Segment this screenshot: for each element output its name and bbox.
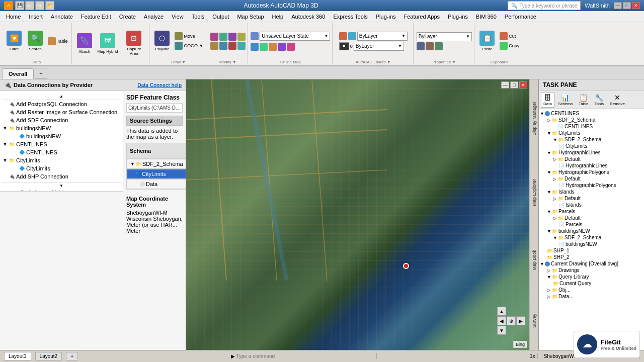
dc-help-link[interactable]: Data Connect help (137, 82, 182, 88)
side-label-survey[interactable]: Survey (531, 312, 537, 330)
map-restore[interactable]: □ (510, 81, 518, 88)
tree-citylimits[interactable]: ▼ 📁 CityLimits (2, 156, 121, 164)
tt-citylimits-folder[interactable]: ▼ 📁 CityLimits (540, 130, 643, 136)
nav-down[interactable]: ▼ (497, 326, 506, 335)
schema-row-sdf2[interactable]: ▼ 📁 SDF_2_Schema (127, 159, 186, 169)
tt-hydropolys-folder[interactable]: ▼ 📁 HydrographicPolygons (540, 169, 643, 175)
tt-current-query[interactable]: 📁 Current Query (540, 280, 643, 287)
nav-right[interactable]: ▶ (516, 316, 525, 325)
menu-analyze[interactable]: Analyze (140, 13, 168, 21)
tree-centlines[interactable]: ▼ 📁 CENTLINES (2, 140, 121, 148)
add-layout-btn[interactable]: + (66, 352, 78, 360)
menu-home[interactable]: Home (2, 13, 25, 21)
filter-button[interactable]: 🔽 Filter (4, 30, 24, 52)
tt-parcels-folder[interactable]: ▼ 📁 Parcels (540, 208, 643, 215)
tt-sdf2-citylimits[interactable]: ▼ 📁 SDF_2_Schema (540, 136, 643, 143)
tree-add-raster[interactable]: 🔌 Add Raster Image or Surface Connection (2, 108, 121, 116)
close-btn[interactable]: ✕ (632, 2, 640, 9)
tree-add-sdf[interactable]: 🔌 Add SDF Connection (2, 116, 121, 124)
menu-tools[interactable]: Tools (188, 13, 209, 21)
copy-button[interactable]: Copy (498, 41, 521, 50)
tp-tools-tab[interactable]: 🔧 Tools (592, 92, 606, 108)
menu-featured-apps[interactable]: Featured Apps (400, 13, 444, 21)
menu-create[interactable]: Create (115, 13, 140, 21)
schema-row-data[interactable]: ⚪ Data LL84 (127, 179, 186, 190)
tt-citylimits-layer[interactable]: 📄 CityLimits (540, 143, 643, 149)
tt-data[interactable]: ▷ 📁 Data... (540, 293, 643, 300)
tt-hydrolines-default[interactable]: ▷ 📁 Default (540, 156, 643, 162)
side-label-map-explorer[interactable]: Map Explorer (531, 177, 537, 208)
map-bg[interactable] (186, 79, 529, 350)
tt-islands-default[interactable]: ▷ 📁 Default (540, 195, 643, 202)
tree-buildings-new-child[interactable]: 🔷 buildingsNEW (2, 132, 121, 140)
buildings-expand[interactable]: ▼ (2, 125, 8, 131)
tree-add-pg[interactable]: 🔌 Add PostgreSQL Connection (2, 100, 121, 108)
tt-hydrolines-folder[interactable]: ▼ 📁 HydrographicLines (540, 149, 643, 156)
tt-parcels-layer[interactable]: 📄 Parcels (540, 221, 643, 228)
tt-shp2[interactable]: 📁 SHP_2 (540, 254, 643, 260)
tp-table-tab[interactable]: 📋 Table (576, 92, 591, 108)
tt-drawings[interactable]: ▷ 📁 Drawings (540, 267, 643, 274)
schema-row-citylimits[interactable]: 🔵 CityLimits (127, 169, 186, 179)
menu-annotate[interactable]: Annotate (47, 13, 77, 21)
tt-obj[interactable]: ▷ 📁 Obj... (540, 287, 643, 293)
menu-performance[interactable]: Performance (501, 13, 540, 21)
menu-feature-edit[interactable]: Feature Edit (77, 13, 115, 21)
tt-hydropolys-default[interactable]: ▷ 📁 Default (540, 175, 643, 182)
tt-shp1[interactable]: 📁 SHP_1 (540, 247, 643, 254)
map-close[interactable]: ✕ (519, 81, 527, 88)
menu-view[interactable]: View (168, 13, 188, 21)
centlines-expand[interactable]: ▼ (2, 141, 8, 147)
save-btn[interactable]: 💾 (15, 1, 24, 10)
tt-sdf2-buildings[interactable]: ▼ 📁 SDF_2_Schema (540, 234, 643, 241)
tt-islands-folder[interactable]: ▼ 📁 Islands (540, 189, 643, 195)
polyline-button[interactable]: ⬡ Polyline (152, 30, 172, 52)
tt-parcels-default[interactable]: ▷ 📁 Default (540, 215, 643, 221)
maximize-btn[interactable]: □ (623, 2, 631, 9)
menu-bim360[interactable]: BIM 360 (472, 13, 501, 21)
tt-hydropolys-layer[interactable]: 📄 HydrographicPolygons (540, 182, 643, 189)
open-btn[interactable]: 📂 (45, 1, 54, 10)
layout1-tab[interactable]: Layout1 (4, 352, 31, 360)
command-field[interactable] (236, 353, 374, 359)
cut-button[interactable]: Cut (498, 32, 521, 41)
tt-sdf2-centlines[interactable]: ▷ 📁 SDF_2_Schema (540, 117, 643, 123)
tt-islands-layer[interactable]: 📄 Islands (540, 202, 643, 208)
tt-hydrolines-layer[interactable]: 📄 HydrographicLines (540, 162, 643, 169)
tt-query-library[interactable]: ▼ 📁 Query Library (540, 274, 643, 280)
tp-remove-tab[interactable]: ✕ Remove (607, 92, 627, 108)
tab-add-button[interactable]: + (35, 68, 47, 79)
undo-btn[interactable]: ↩ (25, 1, 34, 10)
menu-autodesk360[interactable]: Autodesk 360 (287, 13, 329, 21)
tab-overall[interactable]: Overall (2, 68, 34, 79)
map-minimize[interactable]: — (501, 81, 509, 88)
layout2-tab[interactable]: Layout2 (35, 352, 62, 360)
map-hybrid-button[interactable]: 🗺 Map Hybrid (96, 32, 120, 55)
side-label-map-book[interactable]: Map Book (531, 248, 537, 273)
menu-help[interactable]: Help (268, 13, 288, 21)
menu-plugins2[interactable]: Plug-ins (444, 13, 472, 21)
linetype-dropdown[interactable]: ByLayer ▼ (354, 42, 404, 51)
cogo-button[interactable]: COGO ▼ (173, 41, 205, 50)
tp-data-tab[interactable]: 🗄 Data (541, 92, 554, 108)
tree-scroll-down[interactable]: ▼ (59, 184, 63, 188)
search-button[interactable]: 🔍 Search (25, 30, 45, 52)
layer-dropdown[interactable]: ByLayer ▼ (357, 32, 408, 41)
layer-state-dropdown[interactable]: Unsaved Layer State ▼ (260, 32, 330, 41)
menu-output[interactable]: Output (208, 13, 233, 21)
nav-center[interactable]: ⊕ (507, 316, 516, 325)
attach-button[interactable]: 📎 Attach (74, 32, 95, 55)
tt-centlines-layer[interactable]: 📄 CENTLINES (540, 123, 643, 130)
nav-up[interactable]: ▲ (497, 307, 506, 316)
tree-centlines-child[interactable]: 🔷 CENTLINES (2, 148, 121, 156)
menu-express-tools[interactable]: Express Tools (329, 13, 371, 21)
tt-buildings-layer[interactable]: 📄 buildingsNEW (540, 241, 643, 247)
tt-buildings-folder[interactable]: ▼ 📁 buildingsNEW (540, 228, 643, 234)
nav-left[interactable]: ◀ (497, 316, 506, 325)
tp-schema-tab[interactable]: 📊 Schema (555, 92, 575, 108)
tree-add-shp[interactable]: 🔌 Add SHP Connection (2, 172, 121, 180)
tree-scroll-up[interactable]: ▲ (59, 94, 63, 99)
lineweight-dropdown[interactable]: ByLayer ▼ (417, 32, 472, 41)
search-box[interactable]: 🔍 Type a keyword or phrase (508, 1, 581, 10)
move-button[interactable]: Move (173, 32, 205, 41)
